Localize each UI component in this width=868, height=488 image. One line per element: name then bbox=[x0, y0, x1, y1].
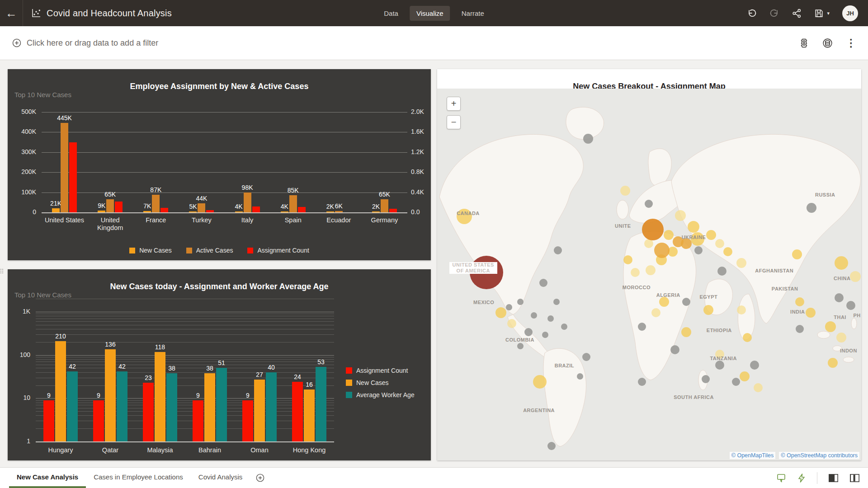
bar[interactable] bbox=[244, 192, 251, 212]
bar[interactable] bbox=[55, 341, 66, 441]
bar[interactable] bbox=[204, 373, 215, 441]
legend-item[interactable]: Assignment Count bbox=[247, 247, 309, 254]
bar[interactable] bbox=[160, 208, 168, 212]
bar[interactable] bbox=[216, 368, 227, 441]
bar[interactable] bbox=[326, 211, 334, 212]
bar[interactable] bbox=[106, 199, 114, 212]
legend-item[interactable]: Average Worker Age bbox=[346, 391, 415, 399]
right-axis-tick: 0.8K bbox=[411, 168, 431, 175]
bar[interactable] bbox=[389, 209, 397, 212]
bar[interactable] bbox=[67, 371, 78, 441]
zoom-out-button[interactable]: − bbox=[447, 115, 461, 129]
attribution-openmaptiles-link[interactable]: © OpenMapTiles bbox=[730, 452, 776, 459]
y-axis-tick: 100K bbox=[8, 188, 36, 196]
legend-swatch bbox=[129, 248, 135, 253]
limit-values-icon[interactable] bbox=[799, 38, 809, 48]
canvas-properties-button[interactable] bbox=[776, 473, 786, 483]
panel-resize-handle[interactable] bbox=[0, 264, 4, 278]
x-axis-label: Spain bbox=[271, 216, 315, 224]
redo-button[interactable] bbox=[769, 8, 779, 18]
bar[interactable] bbox=[206, 210, 214, 212]
bar-value-label: 42 bbox=[58, 363, 87, 370]
legend-item[interactable]: New Cases bbox=[129, 247, 172, 254]
save-menu-caret-icon[interactable]: ▾ bbox=[827, 10, 830, 16]
map-country-label: UNITED STATES OF AMERICA bbox=[449, 262, 497, 274]
bar[interactable] bbox=[281, 211, 288, 212]
bar[interactable] bbox=[335, 211, 343, 212]
legend-item[interactable]: Active Cases bbox=[186, 247, 233, 254]
minor-gridline bbox=[36, 325, 334, 325]
nav-tab-data[interactable]: Data bbox=[377, 6, 405, 21]
refresh-data-icon[interactable] bbox=[822, 38, 833, 49]
bar[interactable] bbox=[289, 195, 297, 212]
legend-item[interactable]: New Cases bbox=[346, 379, 415, 386]
bar[interactable] bbox=[292, 382, 303, 441]
avatar[interactable]: JH bbox=[842, 5, 858, 21]
bar[interactable] bbox=[143, 383, 154, 441]
x-axis-label: Bahrain bbox=[187, 446, 232, 454]
bar[interactable] bbox=[189, 211, 197, 212]
bar[interactable] bbox=[381, 199, 388, 212]
bar[interactable] bbox=[43, 400, 54, 441]
x-axis-label: United States bbox=[43, 216, 86, 224]
x-axis-label: Malaysia bbox=[137, 446, 183, 454]
nav-tab-narrate[interactable]: Narrate bbox=[455, 6, 491, 21]
bar[interactable] bbox=[193, 400, 203, 441]
bar[interactable] bbox=[117, 371, 127, 441]
canvas-tab-new-case-analysis[interactable]: New Case Analysis bbox=[9, 468, 86, 488]
add-filter-button[interactable]: Click here or drag data to add a filter bbox=[12, 38, 158, 48]
bar[interactable] bbox=[52, 208, 60, 212]
bar[interactable] bbox=[254, 380, 265, 441]
attribution-openstreetmap-link[interactable]: © OpenStreetMap contributors bbox=[779, 452, 859, 459]
bar[interactable] bbox=[115, 202, 123, 212]
overflow-menu-icon[interactable]: ⋮ bbox=[846, 38, 856, 48]
bar-value-label: 53 bbox=[307, 358, 335, 366]
bar[interactable] bbox=[298, 207, 306, 212]
canvas-tab-covid-analysis[interactable]: Covid Analysis bbox=[191, 468, 250, 488]
legend-label: Assignment Count bbox=[356, 367, 408, 374]
bar[interactable] bbox=[316, 367, 326, 441]
y-axis-tick: 1K bbox=[8, 308, 30, 315]
bar[interactable] bbox=[242, 400, 253, 441]
bar[interactable] bbox=[198, 203, 205, 212]
map-country-label: THAI bbox=[834, 314, 846, 320]
add-canvas-button[interactable] bbox=[255, 468, 265, 488]
canvas-tabs: New Case AnalysisCases in Employee Locat… bbox=[9, 468, 250, 488]
minor-gridline bbox=[36, 314, 334, 314]
legend-swatch bbox=[346, 367, 352, 374]
bar[interactable] bbox=[304, 389, 315, 441]
bar[interactable] bbox=[152, 195, 160, 212]
bar-value-label: 24 bbox=[283, 373, 312, 380]
auto-apply-button[interactable] bbox=[797, 473, 806, 483]
bar-value-label: 51 bbox=[207, 359, 236, 366]
map-country-label: ARGENTINA bbox=[523, 408, 555, 413]
header-tabs: DataVisualizeNarrate bbox=[377, 6, 491, 21]
bar[interactable] bbox=[69, 142, 77, 212]
map-area[interactable]: CANADAUNITED STATES OF AMERICAMEXICOCOLO… bbox=[437, 89, 861, 460]
legend-item[interactable]: Assignment Count bbox=[346, 367, 415, 374]
x-axis-label: Hong Kong bbox=[287, 446, 332, 454]
bar[interactable] bbox=[372, 211, 380, 212]
bar[interactable] bbox=[61, 123, 68, 212]
bar-value-label: 87K bbox=[142, 186, 170, 193]
bar[interactable] bbox=[166, 373, 177, 441]
bar[interactable] bbox=[235, 211, 243, 212]
back-button[interactable]: ← bbox=[0, 0, 23, 26]
layout-split-panel-icon[interactable] bbox=[849, 474, 860, 483]
bar[interactable] bbox=[266, 372, 277, 441]
save-icon bbox=[814, 9, 824, 18]
nav-tab-visualize[interactable]: Visualize bbox=[410, 6, 450, 21]
map-country-label: INDIA bbox=[790, 309, 805, 314]
save-button[interactable] bbox=[814, 9, 824, 18]
bar-value-label: 445K bbox=[50, 114, 79, 122]
canvas-tab-cases-in-employee-locations[interactable]: Cases in Employee Locations bbox=[86, 468, 191, 488]
bar[interactable] bbox=[98, 211, 105, 212]
zoom-in-button[interactable]: + bbox=[447, 97, 461, 111]
bar[interactable] bbox=[93, 400, 104, 441]
undo-button[interactable] bbox=[747, 8, 757, 18]
layout-right-panel-icon[interactable] bbox=[828, 474, 839, 483]
canvas-properties-icon bbox=[776, 473, 786, 483]
bar[interactable] bbox=[252, 206, 260, 212]
bar[interactable] bbox=[143, 211, 151, 212]
share-button[interactable] bbox=[792, 9, 802, 18]
